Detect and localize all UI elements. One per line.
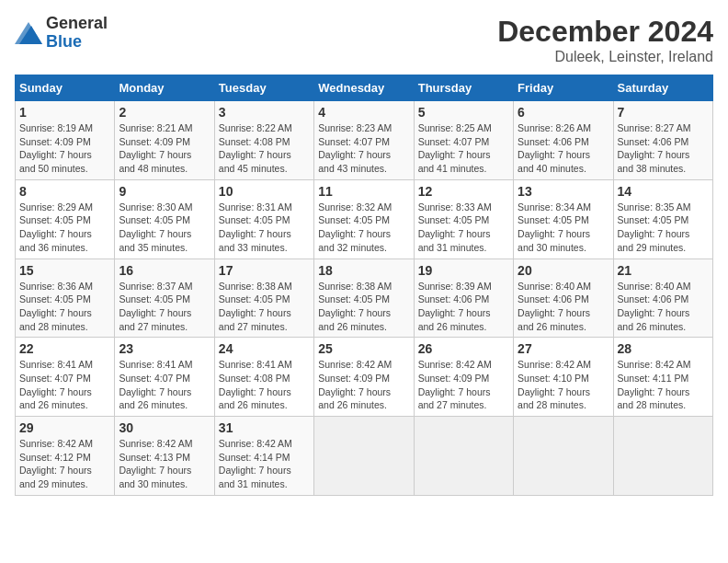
day-number: 9 — [119, 184, 210, 199]
day-info: Sunrise: 8:40 AM Sunset: 4:06 PM Dayligh… — [518, 280, 609, 334]
day-number: 30 — [119, 420, 210, 435]
day-info: Sunrise: 8:25 AM Sunset: 4:07 PM Dayligh… — [418, 121, 509, 176]
day-info: Sunrise: 8:37 AM Sunset: 4:05 PM Dayligh… — [119, 280, 210, 334]
day-info: Sunrise: 8:31 AM Sunset: 4:05 PM Dayligh… — [219, 201, 310, 255]
calendar-cell: 30Sunrise: 8:42 AM Sunset: 4:13 PM Dayli… — [115, 417, 214, 496]
day-info: Sunrise: 8:30 AM Sunset: 4:05 PM Dayligh… — [119, 201, 210, 255]
day-info: Sunrise: 8:42 AM Sunset: 4:11 PM Dayligh… — [618, 358, 709, 412]
day-number: 2 — [119, 105, 210, 120]
calendar-cell: 19Sunrise: 8:39 AM Sunset: 4:06 PM Dayli… — [414, 259, 513, 338]
week-row-1: 1Sunrise: 8:19 AM Sunset: 4:09 PM Daylig… — [16, 101, 713, 180]
week-row-2: 8Sunrise: 8:29 AM Sunset: 4:05 PM Daylig… — [16, 179, 713, 259]
header: General Blue December 2024 Duleek, Leins… — [15, 15, 713, 65]
calendar-cell: 10Sunrise: 8:31 AM Sunset: 4:05 PM Dayli… — [214, 179, 313, 259]
day-number: 26 — [418, 341, 509, 356]
calendar-table: SundayMondayTuesdayWednesdayThursdayFrid… — [15, 75, 713, 496]
calendar-cell: 8Sunrise: 8:29 AM Sunset: 4:05 PM Daylig… — [16, 179, 115, 259]
calendar-cell: 24Sunrise: 8:41 AM Sunset: 4:08 PM Dayli… — [214, 338, 313, 417]
day-info: Sunrise: 8:33 AM Sunset: 4:05 PM Dayligh… — [418, 201, 509, 255]
calendar-cell: 21Sunrise: 8:40 AM Sunset: 4:06 PM Dayli… — [613, 259, 712, 338]
calendar-cell — [414, 417, 513, 496]
day-info: Sunrise: 8:21 AM Sunset: 4:09 PM Dayligh… — [119, 121, 210, 176]
day-info: Sunrise: 8:29 AM Sunset: 4:05 PM Dayligh… — [19, 201, 110, 255]
logo-general: General — [46, 14, 108, 32]
header-cell-sunday: Sunday — [16, 75, 115, 101]
calendar-cell: 14Sunrise: 8:35 AM Sunset: 4:05 PM Dayli… — [613, 179, 712, 259]
calendar-cell: 4Sunrise: 8:23 AM Sunset: 4:07 PM Daylig… — [314, 101, 414, 180]
day-number: 14 — [618, 184, 709, 199]
calendar-cell: 16Sunrise: 8:37 AM Sunset: 4:05 PM Dayli… — [115, 259, 214, 338]
calendar-cell: 20Sunrise: 8:40 AM Sunset: 4:06 PM Dayli… — [514, 259, 613, 338]
day-number: 21 — [618, 263, 709, 278]
page-title: December 2024 — [497, 15, 713, 49]
calendar-cell: 15Sunrise: 8:36 AM Sunset: 4:05 PM Dayli… — [16, 259, 115, 338]
day-number: 5 — [418, 105, 509, 120]
day-number: 27 — [518, 341, 609, 356]
day-number: 31 — [219, 420, 310, 435]
day-info: Sunrise: 8:42 AM Sunset: 4:12 PM Dayligh… — [19, 437, 110, 491]
day-number: 11 — [318, 184, 409, 199]
day-info: Sunrise: 8:41 AM Sunset: 4:07 PM Dayligh… — [19, 358, 110, 412]
day-number: 15 — [19, 263, 110, 278]
day-info: Sunrise: 8:19 AM Sunset: 4:09 PM Dayligh… — [19, 121, 110, 176]
calendar-cell: 5Sunrise: 8:25 AM Sunset: 4:07 PM Daylig… — [414, 101, 513, 180]
header-cell-monday: Monday — [115, 75, 214, 101]
header-cell-wednesday: Wednesday — [314, 75, 414, 101]
day-info: Sunrise: 8:32 AM Sunset: 4:05 PM Dayligh… — [318, 201, 409, 255]
calendar-cell: 6Sunrise: 8:26 AM Sunset: 4:06 PM Daylig… — [514, 101, 613, 180]
day-number: 23 — [119, 341, 210, 356]
calendar-cell: 9Sunrise: 8:30 AM Sunset: 4:05 PM Daylig… — [115, 179, 214, 259]
day-number: 12 — [418, 184, 509, 199]
day-number: 6 — [518, 105, 609, 120]
day-number: 16 — [119, 263, 210, 278]
day-number: 20 — [518, 263, 609, 278]
calendar-header: SundayMondayTuesdayWednesdayThursdayFrid… — [16, 75, 713, 101]
day-number: 7 — [618, 105, 709, 120]
header-row: SundayMondayTuesdayWednesdayThursdayFrid… — [16, 75, 713, 101]
day-info: Sunrise: 8:27 AM Sunset: 4:06 PM Dayligh… — [618, 121, 709, 176]
calendar-cell — [314, 417, 414, 496]
day-info: Sunrise: 8:40 AM Sunset: 4:06 PM Dayligh… — [618, 280, 709, 334]
day-info: Sunrise: 8:42 AM Sunset: 4:14 PM Dayligh… — [219, 437, 310, 491]
logo: General Blue — [15, 15, 108, 52]
day-number: 10 — [219, 184, 310, 199]
day-info: Sunrise: 8:22 AM Sunset: 4:08 PM Dayligh… — [219, 121, 310, 176]
day-number: 8 — [19, 184, 110, 199]
calendar-cell: 27Sunrise: 8:42 AM Sunset: 4:10 PM Dayli… — [514, 338, 613, 417]
calendar-cell: 29Sunrise: 8:42 AM Sunset: 4:12 PM Dayli… — [16, 417, 115, 496]
day-info: Sunrise: 8:26 AM Sunset: 4:06 PM Dayligh… — [518, 121, 609, 176]
day-info: Sunrise: 8:36 AM Sunset: 4:05 PM Dayligh… — [19, 280, 110, 334]
day-info: Sunrise: 8:42 AM Sunset: 4:10 PM Dayligh… — [518, 358, 609, 412]
calendar-cell: 28Sunrise: 8:42 AM Sunset: 4:11 PM Dayli… — [613, 338, 712, 417]
day-info: Sunrise: 8:39 AM Sunset: 4:06 PM Dayligh… — [418, 280, 509, 334]
day-number: 13 — [518, 184, 609, 199]
header-cell-friday: Friday — [514, 75, 613, 101]
day-number: 3 — [219, 105, 310, 120]
calendar-cell: 12Sunrise: 8:33 AM Sunset: 4:05 PM Dayli… — [414, 179, 513, 259]
day-number: 22 — [19, 341, 110, 356]
day-number: 17 — [219, 263, 310, 278]
day-info: Sunrise: 8:42 AM Sunset: 4:13 PM Dayligh… — [119, 437, 210, 491]
day-info: Sunrise: 8:38 AM Sunset: 4:05 PM Dayligh… — [219, 280, 310, 334]
calendar-cell: 26Sunrise: 8:42 AM Sunset: 4:09 PM Dayli… — [414, 338, 513, 417]
day-number: 18 — [318, 263, 409, 278]
calendar-cell: 18Sunrise: 8:38 AM Sunset: 4:05 PM Dayli… — [314, 259, 414, 338]
calendar-cell — [613, 417, 712, 496]
header-cell-saturday: Saturday — [613, 75, 712, 101]
header-cell-thursday: Thursday — [414, 75, 513, 101]
calendar-cell — [514, 417, 613, 496]
logo-icon — [15, 22, 42, 44]
day-info: Sunrise: 8:42 AM Sunset: 4:09 PM Dayligh… — [318, 358, 409, 412]
header-cell-tuesday: Tuesday — [214, 75, 313, 101]
calendar-cell: 2Sunrise: 8:21 AM Sunset: 4:09 PM Daylig… — [115, 101, 214, 180]
day-number: 19 — [418, 263, 509, 278]
calendar-cell: 1Sunrise: 8:19 AM Sunset: 4:09 PM Daylig… — [16, 101, 115, 180]
day-info: Sunrise: 8:41 AM Sunset: 4:07 PM Dayligh… — [119, 358, 210, 412]
day-number: 1 — [19, 105, 110, 120]
calendar-cell: 22Sunrise: 8:41 AM Sunset: 4:07 PM Dayli… — [16, 338, 115, 417]
day-info: Sunrise: 8:34 AM Sunset: 4:05 PM Dayligh… — [518, 201, 609, 255]
logo-blue: Blue — [46, 32, 82, 51]
calendar-cell: 3Sunrise: 8:22 AM Sunset: 4:08 PM Daylig… — [214, 101, 313, 180]
calendar-cell: 31Sunrise: 8:42 AM Sunset: 4:14 PM Dayli… — [214, 417, 313, 496]
title-area: December 2024 Duleek, Leinster, Ireland — [497, 15, 713, 65]
